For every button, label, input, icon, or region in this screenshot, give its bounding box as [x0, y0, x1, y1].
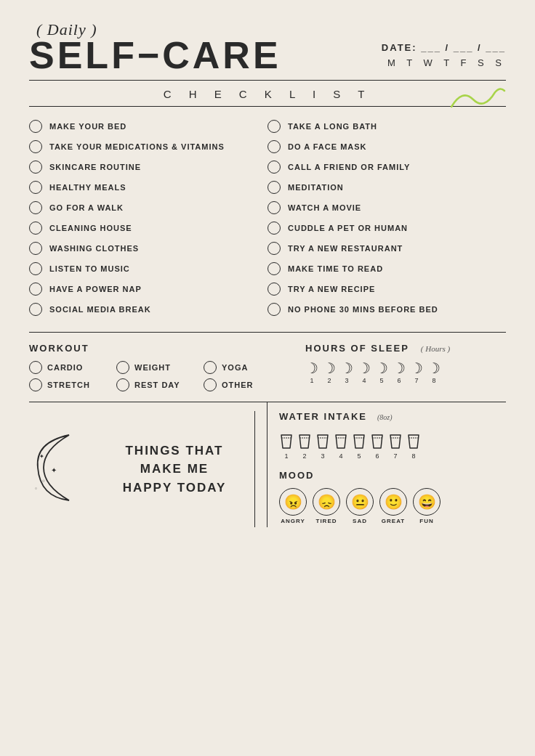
happy-today-col: ✦ ✦ ○ ○ THINGS THAT MAKE ME HAPPY TODAY: [29, 402, 268, 527]
check-circle[interactable]: [268, 160, 281, 174]
check-circle[interactable]: [29, 303, 42, 316]
checklist-item[interactable]: HAVE A POWER NAP: [29, 280, 268, 298]
workout-row-2: STRETCHREST DAYOTHER: [29, 378, 291, 391]
checklist-item[interactable]: MAKE YOUR BED: [29, 117, 268, 136]
workout-item[interactable]: REST DAY: [116, 378, 204, 391]
check-circle[interactable]: [268, 140, 281, 153]
checklist-item[interactable]: CALL A FRIEND OR FAMILY: [268, 158, 506, 176]
mood-label: GREAT: [382, 518, 405, 524]
checklist-item[interactable]: TRY A NEW RECIPE: [268, 280, 506, 298]
checklist-item[interactable]: LISTEN TO MUSIC: [29, 259, 268, 278]
water-num: 6: [375, 452, 379, 460]
check-circle[interactable]: [116, 361, 129, 374]
check-circle[interactable]: [29, 378, 42, 391]
checklist-item[interactable]: TAKE YOUR MEDICATIONS & VITAMINS: [29, 137, 268, 156]
check-circle[interactable]: [268, 221, 281, 235]
check-circle[interactable]: [268, 201, 281, 214]
water-cup-icon: 1: [279, 432, 294, 460]
check-circle[interactable]: [268, 303, 281, 316]
checklist-item-label: MEDITATION: [288, 183, 344, 192]
cup-svg: [315, 432, 330, 451]
check-circle[interactable]: [29, 242, 42, 255]
workout-item-label: CARDIO: [47, 363, 83, 372]
mood-item[interactable]: 😠ANGRY: [279, 488, 307, 524]
workout-row-1: CARDIOWEIGHTYOGA: [29, 361, 291, 374]
checklist-item[interactable]: TRY A NEW RESTAURANT: [268, 239, 506, 258]
svg-text:○: ○: [35, 487, 37, 490]
check-circle[interactable]: [29, 120, 42, 133]
checklist-item[interactable]: MAKE TIME TO READ: [268, 259, 506, 278]
happy-line2: MAKE ME: [140, 462, 209, 476]
check-circle[interactable]: [268, 262, 281, 275]
main-title: SELF−CARE: [29, 36, 281, 74]
sleep-hour-icon: ☽7: [410, 361, 423, 384]
workout-item[interactable]: YOGA: [204, 361, 291, 374]
check-circle[interactable]: [29, 221, 42, 235]
workout-item-label: STRETCH: [47, 381, 90, 389]
water-cup-icon: 3: [315, 432, 330, 460]
workout-section: WORKOUT CARDIOWEIGHTYOGA STRETCHREST DAY…: [29, 343, 291, 391]
mood-item[interactable]: 😐SAD: [346, 488, 374, 524]
checklist-item-label: HAVE A POWER NAP: [49, 285, 142, 293]
mood-item[interactable]: 😞TIRED: [313, 488, 340, 524]
check-circle[interactable]: [29, 361, 42, 374]
checklist-item[interactable]: TAKE A LONG BATH: [268, 117, 506, 136]
cup-svg: [297, 432, 312, 451]
check-circle[interactable]: [116, 378, 129, 391]
date-label: DATE:: [382, 42, 417, 53]
checklist-item-label: CALL A FRIEND OR FAMILY: [288, 163, 410, 171]
check-circle[interactable]: [268, 283, 281, 296]
checklist-item[interactable]: SOCIAL MEDIA BREAK: [29, 300, 268, 319]
checklist-item[interactable]: HEALTHY MEALS: [29, 178, 268, 197]
workout-item[interactable]: CARDIO: [29, 361, 116, 374]
water-icons: 1 2 3 4 5 6 7: [279, 432, 506, 460]
moon-icon: ✦ ✦ ○ ○: [29, 428, 94, 511]
mood-face: 🙂: [379, 488, 407, 516]
moon-glyph: ☽: [323, 361, 336, 375]
mood-item[interactable]: 😄FUN: [413, 488, 441, 524]
checklist-item-label: HEALTHY MEALS: [49, 183, 126, 192]
check-circle[interactable]: [204, 378, 217, 391]
checklist-item-label: DO A FACE MASK: [288, 142, 367, 151]
checklist-item[interactable]: SKINCARE ROUTINE: [29, 158, 268, 176]
check-circle[interactable]: [29, 262, 42, 275]
check-circle[interactable]: [29, 283, 42, 296]
squiggle-icon: [448, 85, 506, 117]
check-circle[interactable]: [29, 181, 42, 194]
sleep-icons: ☽1☽2☽3☽4☽5☽6☽7☽8: [305, 361, 506, 384]
happy-line1: THINGS THAT: [125, 444, 223, 458]
sleep-num: 8: [432, 377, 435, 384]
checklist-item[interactable]: WASHING CLOTHES: [29, 239, 268, 258]
checklist-item-label: SKINCARE ROUTINE: [49, 163, 141, 171]
checklist-item[interactable]: GO FOR A WALK: [29, 198, 268, 217]
checklist-item[interactable]: CLEANING HOUSE: [29, 219, 268, 237]
check-circle[interactable]: [29, 140, 42, 153]
mood-item[interactable]: 🙂GREAT: [379, 488, 407, 524]
checklist-item[interactable]: CUDDLE A PET OR HUMAN: [268, 219, 506, 237]
checklist-item[interactable]: MEDITATION: [268, 178, 506, 197]
header: ( Daily ) SELF−CARE DATE: ___ / ___ / __…: [29, 20, 506, 74]
mood-label: ANGRY: [281, 518, 305, 524]
checklist-item-label: CUDDLE A PET OR HUMAN: [288, 224, 408, 232]
check-circle[interactable]: [204, 361, 217, 374]
sleep-title-row: HOURS OF SLEEP ( Hours ): [305, 343, 506, 361]
check-circle[interactable]: [268, 120, 281, 133]
cup-svg: [370, 432, 385, 451]
checklist-item-label: MAKE TIME TO READ: [288, 264, 383, 273]
checklist-item[interactable]: WATCH A MOVIE: [268, 198, 506, 217]
happy-today-block: ✦ ✦ ○ ○ THINGS THAT MAKE ME HAPPY TODAY: [29, 411, 255, 527]
checklist-item-label: WASHING CLOTHES: [49, 244, 139, 253]
check-circle[interactable]: [268, 181, 281, 194]
workout-item[interactable]: STRETCH: [29, 378, 116, 391]
checklist-item[interactable]: NO PHONE 30 MINS BEFORE BED: [268, 300, 506, 319]
workout-item[interactable]: WEIGHT: [116, 361, 204, 374]
check-circle[interactable]: [29, 201, 42, 214]
date-line: DATE: ___ / ___ / ___: [382, 42, 506, 53]
bottom-grid: WORKOUT CARDIOWEIGHTYOGA STRETCHREST DAY…: [29, 343, 506, 399]
check-circle[interactable]: [268, 242, 281, 255]
checklist-item-label: TAKE A LONG BATH: [288, 122, 377, 131]
checklist-item[interactable]: DO A FACE MASK: [268, 137, 506, 156]
check-circle[interactable]: [29, 160, 42, 174]
water-num: 7: [393, 452, 397, 460]
workout-item[interactable]: OTHER: [204, 378, 291, 391]
